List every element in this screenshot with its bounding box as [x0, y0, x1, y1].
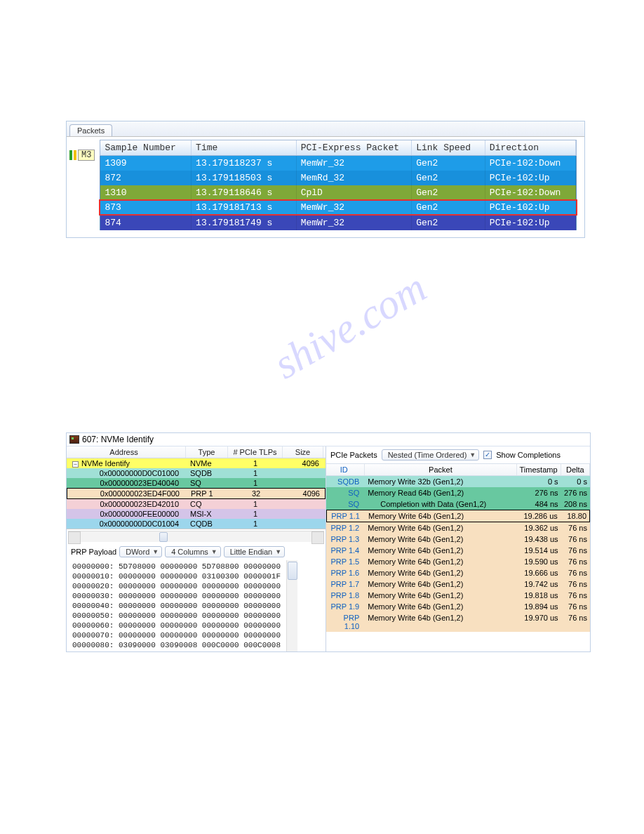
header-type[interactable]: Type — [186, 446, 228, 458]
cell-id: PRP 1.5 — [326, 556, 365, 567]
pcie-toolbar: PCIe Packets Nested (Time Ordered)▼ ✓ Sh… — [326, 446, 590, 463]
table-row[interactable]: 0x000000023ED4F000PRP 1324096 — [67, 488, 326, 499]
cell-direction: PCIe-102:Up — [485, 216, 577, 230]
header-delta[interactable]: Delta — [561, 464, 590, 475]
table-row[interactable]: SQCompletion with Data (Gen1,2)484 ns208… — [326, 498, 590, 510]
cell-id: SQ — [326, 498, 365, 510]
cell-tlps: 1 — [228, 458, 283, 468]
cell-packet: Completion with Data (Gen1,2) — [365, 498, 516, 510]
table-row[interactable]: SQDBMemory Write 32b (Gen1,2)0 s0 s — [326, 476, 590, 487]
combo-dword[interactable]: DWord▼ — [119, 546, 162, 557]
cell-delta: 76 ns — [561, 545, 590, 556]
table-row[interactable]: 0x000000023ED40040SQ1 — [67, 478, 326, 488]
table-row[interactable]: PRP 1.10Memory Write 64b (Gen1,2)19.970 … — [326, 612, 590, 632]
address-hscroll[interactable] — [68, 531, 324, 542]
cell-size: 4096 — [283, 458, 323, 468]
cell-size — [283, 509, 323, 519]
table-row[interactable]: 87213.179118503 sMemRd_32Gen2PCIe-102:Up — [100, 171, 577, 185]
cell-direction: PCIe-102:Down — [485, 185, 577, 200]
table-row[interactable]: 0x00000000D0C01004CQDB1 — [67, 519, 326, 529]
cell-time: 13.179118503 s — [192, 171, 297, 185]
table-row[interactable]: 87313.179181713 sMemWr_32Gen2PCIe-102:Up — [100, 200, 577, 215]
cell-type: CQDB — [186, 519, 228, 529]
header-direction[interactable]: Direction — [485, 140, 577, 155]
cell-timestamp: 484 ns — [517, 498, 561, 510]
combo-nested[interactable]: Nested (Time Ordered)▼ — [382, 449, 480, 461]
header-sample-number[interactable]: Sample Number — [100, 140, 192, 155]
packets-body: M3 Sample Number Time PCI-Express Packet… — [67, 137, 584, 237]
cell-type: PRP 1 — [187, 489, 229, 498]
cell-id: PRP 1.10 — [326, 612, 365, 632]
table-row[interactable]: SQMemory Read 64b (Gen1,2)276 ns276 ns — [326, 487, 590, 498]
cell-delta: 76 ns — [561, 567, 590, 578]
cell-id: PRP 1.9 — [326, 601, 365, 612]
cell-timestamp: 19.970 us — [517, 612, 561, 632]
cell-address: 0x000000023ED4F000 — [67, 489, 187, 498]
table-row[interactable]: PRP 1.2Memory Write 64b (Gen1,2)19.362 u… — [326, 522, 590, 534]
cell-address: 0x00000000FEE00000 — [67, 509, 186, 519]
table-row[interactable]: PRP 1.5Memory Write 64b (Gen1,2)19.590 u… — [326, 556, 590, 567]
table-row[interactable]: PRP 1.3Memory Write 64b (Gen1,2)19.438 u… — [326, 534, 590, 545]
cell-delta: 76 ns — [561, 590, 590, 601]
hex-vscroll[interactable] — [286, 560, 297, 651]
right-pane: PCIe Packets Nested (Time Ordered)▼ ✓ Sh… — [326, 446, 590, 651]
cell-sample-number: 1310 — [100, 185, 192, 200]
marker-bar-yellow — [74, 150, 76, 160]
cell-address: 0x000000023ED42010 — [67, 499, 186, 509]
table-row[interactable]: 0x00000000FEE00000MSI-X1 — [67, 509, 326, 519]
table-row[interactable]: PRP 1.4Memory Write 64b (Gen1,2)19.514 u… — [326, 545, 590, 556]
cell-sample-number: 874 — [100, 216, 192, 230]
header-time[interactable]: Time — [192, 140, 297, 155]
table-row[interactable]: −NVMe IdentifyNVMe14096 — [67, 458, 326, 468]
cell-time: 13.179118646 s — [192, 185, 297, 200]
left-pane: Address Type # PCIe TLPs Size −NVMe Iden… — [67, 446, 326, 651]
table-row[interactable]: 131013.179118646 sCplDGen2PCIe-102:Down — [100, 185, 577, 200]
header-timestamp[interactable]: Timestamp — [517, 464, 561, 475]
table-row[interactable]: 130913.179118237 sMemWr_32Gen2PCIe-102:D… — [100, 156, 577, 171]
cell-speed: Gen2 — [412, 171, 485, 185]
cell-type: MSI-X — [186, 509, 228, 519]
table-row[interactable]: 0x000000023ED42010CQ1 — [67, 499, 326, 509]
payload-label: PRP Payload — [71, 548, 116, 556]
table-row[interactable]: 87413.179181749 sMemWr_32Gen2PCIe-102:Up — [100, 215, 577, 230]
collapse-icon[interactable]: − — [72, 461, 79, 468]
cell-id: PRP 1.2 — [326, 522, 365, 534]
table-row[interactable]: PRP 1.1Memory Write 64b (Gen1,2)19.286 u… — [326, 510, 590, 522]
cell-timestamp: 19.590 us — [517, 556, 561, 567]
cell-delta: 18.80 — [561, 510, 589, 522]
cell-direction: PCIe-102:Down — [485, 156, 577, 171]
cell-size: 4096 — [283, 489, 324, 498]
cell-size — [283, 499, 323, 509]
table-row[interactable]: PRP 1.8Memory Write 64b (Gen1,2)19.818 u… — [326, 590, 590, 601]
table-row[interactable]: PRP 1.9Memory Write 64b (Gen1,2)19.894 u… — [326, 601, 590, 612]
cell-packet: Memory Write 64b (Gen1,2) — [365, 601, 516, 612]
header-tlps[interactable]: # PCIe TLPs — [228, 446, 283, 458]
checkbox-show-completions[interactable]: ✓ — [483, 451, 492, 459]
cell-speed: Gen2 — [412, 216, 485, 230]
cell-id: PRP 1.3 — [326, 534, 365, 545]
combo-endian[interactable]: Little Endian▼ — [224, 546, 285, 557]
header-size[interactable]: Size — [283, 446, 323, 458]
header-address[interactable]: Address — [67, 446, 186, 458]
combo-columns[interactable]: 4 Columns▼ — [165, 546, 221, 557]
marker-cell[interactable]: M3 — [69, 150, 95, 161]
header-packet[interactable]: Packet — [365, 464, 516, 475]
checkbox-label: Show Completions — [496, 451, 561, 459]
cell-type: NVMe — [186, 458, 228, 468]
cell-packet: Memory Write 32b (Gen1,2) — [365, 476, 516, 487]
cell-packet: Memory Write 64b (Gen1,2) — [365, 590, 516, 601]
cell-sample-number: 873 — [100, 200, 192, 215]
table-row[interactable]: PRP 1.6Memory Write 64b (Gen1,2)19.666 u… — [326, 567, 590, 578]
header-pci-packet[interactable]: PCI-Express Packet — [297, 140, 412, 155]
watermark: shive.com — [266, 263, 435, 389]
table-row[interactable]: PRP 1.7Memory Write 64b (Gen1,2)19.742 u… — [326, 578, 590, 590]
header-link-speed[interactable]: Link Speed — [412, 140, 485, 155]
header-id[interactable]: ID — [326, 464, 365, 475]
table-row[interactable]: 0x00000000D0C01000SQDB1 — [67, 468, 326, 478]
cell-packet: Memory Write 64b (Gen1,2) — [365, 612, 516, 632]
cell-packet: Memory Write 64b (Gen1,2) — [365, 578, 516, 590]
cell-id: PRP 1.7 — [326, 578, 365, 590]
tab-packets[interactable]: Packets — [69, 124, 112, 136]
cell-timestamp: 19.286 us — [516, 510, 561, 522]
cell-packet: MemWr_32 — [297, 200, 412, 215]
